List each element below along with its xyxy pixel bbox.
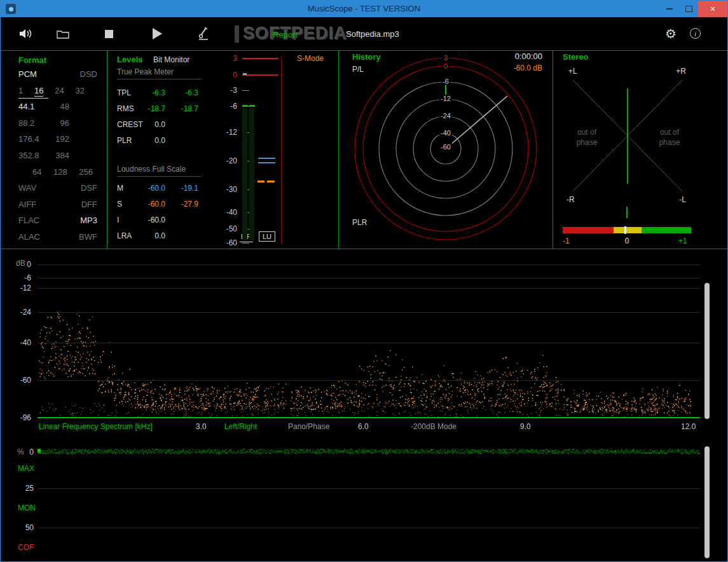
- format-option-384[interactable]: 384: [55, 151, 69, 160]
- format-option-wav[interactable]: WAV: [18, 183, 36, 193]
- level-meter: L R LU 30-3-6-12-20-30-40-50-60: [217, 50, 296, 249]
- correlation-marker: [624, 226, 626, 234]
- tab-bit-monitor[interactable]: Bit Monitor: [153, 55, 189, 64]
- meter-scale-label: -60: [217, 238, 237, 247]
- levels-label-crest: CREST: [117, 120, 143, 129]
- spectrum-gridline: [38, 288, 700, 289]
- settings-gear-icon[interactable]: ⚙: [665, 26, 676, 41]
- stop-button[interactable]: [105, 30, 113, 38]
- goniometer-label-plus-r: +R: [668, 67, 686, 76]
- meter-mark: [243, 73, 247, 75]
- volume-icon[interactable]: [18, 28, 32, 39]
- minimize-icon: [666, 8, 673, 10]
- meter-scale-label: -20: [217, 156, 237, 165]
- format-option-256[interactable]: 256: [79, 167, 93, 177]
- meter-tick: [242, 90, 249, 91]
- spectrum-mode-200db-mode[interactable]: -200dB Mode: [411, 422, 457, 431]
- s-mode-toggle[interactable]: S-Mode: [297, 54, 324, 63]
- meter-scale-label: -6: [217, 102, 237, 111]
- report-button[interactable]: Report: [273, 30, 298, 39]
- meter-tick: [242, 243, 249, 243]
- format-option-alac[interactable]: ALAC: [18, 232, 40, 242]
- spectrum-baseline: [38, 417, 700, 418]
- meter-mark: [249, 105, 255, 107]
- format-option-24[interactable]: 24: [55, 86, 64, 97]
- levels-value: -60.0: [140, 216, 165, 224]
- history-scale-label: -12: [439, 95, 452, 102]
- format-option-flac[interactable]: FLAC: [18, 216, 39, 225]
- minimize-button[interactable]: [660, 1, 679, 17]
- format-option-96[interactable]: 96: [60, 118, 69, 128]
- levels-value: 0.0: [140, 120, 165, 129]
- open-folder-icon[interactable]: [57, 29, 69, 39]
- format-row: FLACMP3: [18, 216, 97, 225]
- mode-mon[interactable]: MON: [18, 504, 36, 512]
- format-option-64[interactable]: 64: [32, 167, 41, 177]
- format-option-48[interactable]: 48: [60, 102, 69, 111]
- format-option-44-1[interactable]: 44.1: [18, 102, 34, 111]
- correlation-negative-zone: [563, 227, 614, 233]
- format-row: ALACBWF: [18, 232, 97, 242]
- format-option-176-4[interactable]: 176.4: [18, 134, 39, 144]
- levels-value: 0.0: [140, 231, 165, 240]
- info-icon[interactable]: i: [690, 28, 701, 39]
- spectrum-scale-label: -40: [13, 338, 31, 347]
- spectrum-scale-label: -6: [13, 273, 31, 282]
- levels-label-s: S: [117, 200, 122, 209]
- levels-value: -6.3: [140, 88, 165, 97]
- meter-mark: [242, 105, 248, 107]
- mode-cof[interactable]: COF: [18, 543, 34, 552]
- history-scale-label: -6: [441, 78, 450, 85]
- percent-scale-label: 0: [20, 448, 34, 456]
- format-option-352-8[interactable]: 352.8: [18, 151, 39, 160]
- format-option-dsf[interactable]: DSF: [81, 183, 97, 193]
- format-row: 64128256: [32, 167, 93, 177]
- meter-scale-label: -12: [217, 128, 237, 137]
- format-row: 1162432: [18, 86, 85, 97]
- format-panel: Format PCMDSD116243244.14888.296176.4192…: [13, 50, 106, 249]
- out-of-phase-label-right: out of phase: [653, 127, 686, 147]
- frequency-tick-label: 6.0: [358, 422, 369, 431]
- format-option-1[interactable]: 1: [18, 86, 23, 97]
- microscope-icon[interactable]: [198, 27, 210, 41]
- format-option-bwf[interactable]: BWF: [79, 232, 97, 242]
- format-row: PCMDSD: [18, 69, 97, 79]
- format-option-16[interactable]: 16: [34, 86, 43, 97]
- levels-label-i: I: [117, 216, 119, 224]
- out-of-phase-line1: out of: [653, 127, 686, 137]
- spectrum-scale-label: -12: [13, 284, 31, 292]
- format-option-aiff[interactable]: AIFF: [18, 200, 36, 209]
- history-scale-label: 3: [443, 54, 449, 62]
- out-of-phase-line2: phase: [653, 137, 686, 147]
- maximize-icon: [685, 6, 692, 12]
- spectrum-scrollbar[interactable]: [704, 283, 710, 419]
- levels-label-m: M: [117, 184, 123, 193]
- format-option-88-2[interactable]: 88.2: [18, 118, 34, 128]
- format-option-32[interactable]: 32: [76, 86, 85, 97]
- spectrum-gridline: [38, 264, 700, 265]
- mode-max[interactable]: MAX: [18, 464, 34, 473]
- meter-scale-label: -3: [217, 86, 237, 95]
- format-option-dsd[interactable]: DSD: [80, 69, 97, 79]
- spectrum-gridline: [38, 312, 700, 313]
- bottom-gridline: [38, 488, 700, 489]
- spectrum-mode-pano-phase[interactable]: Pano/Phase: [288, 422, 329, 431]
- format-option-192[interactable]: 192: [55, 134, 69, 144]
- bottom-scrollbar[interactable]: [704, 446, 710, 558]
- levels-label-tpl: TPL: [117, 88, 131, 97]
- percent-scale-label: 50: [20, 523, 34, 532]
- format-option-dff[interactable]: DFF: [81, 200, 97, 209]
- format-option-pcm[interactable]: PCM: [18, 69, 37, 79]
- meter-mark: [258, 162, 275, 163]
- format-option-mp3[interactable]: MP3: [80, 216, 97, 225]
- levels-panel-title[interactable]: Levels: [117, 55, 142, 64]
- meter-mark: [258, 181, 264, 182]
- out-of-phase-line2: phase: [570, 137, 603, 147]
- close-button[interactable]: ×: [698, 1, 727, 17]
- maximize-button[interactable]: [679, 1, 698, 17]
- spectrum-mode-left-right[interactable]: Left/Right: [224, 422, 257, 431]
- format-option-128[interactable]: 128: [53, 167, 67, 177]
- levels-value: -19.1: [172, 184, 198, 193]
- history-scale-label: -60: [439, 143, 452, 151]
- play-button[interactable]: [153, 28, 162, 39]
